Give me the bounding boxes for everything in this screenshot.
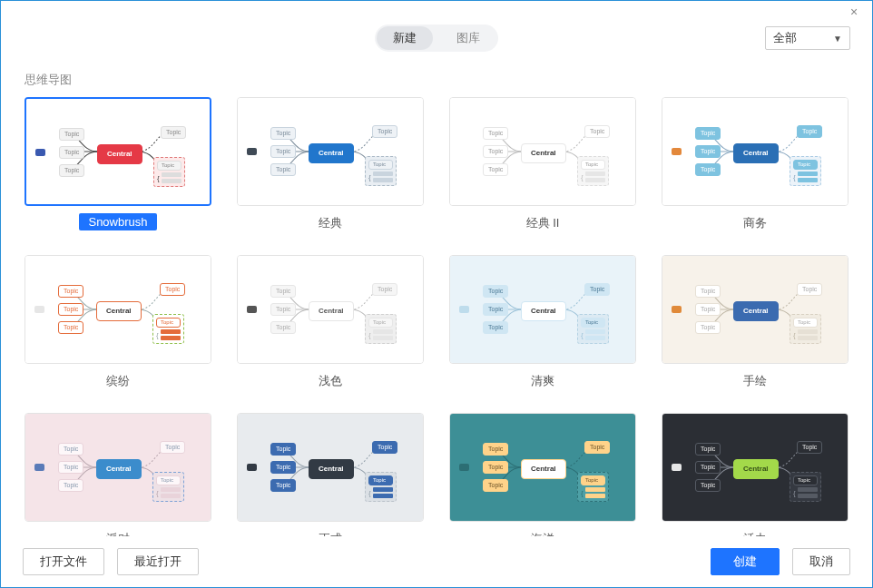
mm-accent-icon: [34, 306, 44, 313]
mm-topic: Topic: [483, 285, 508, 298]
template-card[interactable]: Central Topic Topic Topic Topic Topic { …: [237, 413, 424, 536]
mm-topic: Topic: [161, 126, 186, 139]
open-file-button[interactable]: 打开文件: [23, 548, 104, 575]
mm-accent-icon: [247, 148, 257, 155]
template-card[interactable]: Central Topic Topic Topic Topic Topic { …: [25, 255, 211, 391]
mm-topic: Topic: [483, 303, 508, 316]
mm-subgroup: Topic {: [152, 472, 184, 502]
mm-topic: Topic: [59, 128, 84, 141]
mm-subgroup: Topic {: [577, 156, 609, 186]
template-preview: Central Topic Topic Topic Topic Topic {: [450, 414, 635, 521]
mm-topic: Topic: [797, 283, 822, 296]
template-thumbnail[interactable]: Central Topic Topic Topic Topic Topic {: [25, 413, 211, 522]
mm-topic: Topic: [695, 127, 721, 140]
mm-subgroup: Topic {: [790, 156, 821, 186]
template-thumbnail[interactable]: Central Topic Topic Topic Topic Topic {: [662, 413, 848, 522]
template-card[interactable]: Central Topic Topic Topic Topic Topic { …: [449, 413, 636, 536]
mm-central: Central: [96, 301, 142, 321]
mm-central: Central: [521, 143, 566, 163]
template-thumbnail[interactable]: Central Topic Topic Topic Topic Topic {: [662, 97, 848, 206]
template-card[interactable]: Central Topic Topic Topic Topic Topic { …: [662, 97, 848, 233]
template-card[interactable]: Central Topic Topic Topic Topic Topic { …: [25, 97, 211, 233]
mm-subgroup: Topic {: [153, 157, 185, 187]
template-card[interactable]: Central Topic Topic Topic Topic Topic { …: [662, 413, 848, 536]
mm-topic: Topic: [695, 303, 721, 316]
template-preview: Central Topic Topic Topic Topic Topic {: [25, 256, 211, 363]
mm-topic: Topic: [270, 461, 296, 474]
template-label: 经典 II: [517, 213, 569, 233]
mm-topic: Topic: [270, 479, 296, 492]
mm-topic: Topic: [270, 127, 296, 140]
tab-new[interactable]: 新建: [377, 26, 433, 50]
template-thumbnail[interactable]: Central Topic Topic Topic Topic Topic {: [449, 97, 636, 206]
template-thumbnail[interactable]: Central Topic Topic Topic Topic Topic {: [25, 255, 211, 364]
template-label: 派对: [97, 529, 139, 536]
close-button[interactable]: ×: [836, 5, 872, 19]
template-preview: Central Topic Topic Topic Topic Topic {: [238, 98, 423, 205]
mm-central: Central: [96, 459, 142, 479]
mm-topic: Topic: [695, 285, 721, 298]
mm-topic: Topic: [483, 127, 508, 140]
template-thumbnail[interactable]: Central Topic Topic Topic Topic Topic {: [449, 413, 636, 522]
mm-central: Central: [521, 459, 566, 479]
mm-central: Central: [521, 301, 566, 321]
mm-topic: Topic: [270, 145, 296, 158]
mm-accent-icon: [247, 306, 257, 313]
template-card[interactable]: Central Topic Topic Topic Topic Topic { …: [449, 255, 636, 391]
category-select-value: 全部: [773, 30, 797, 46]
tab-gallery[interactable]: 图库: [440, 26, 496, 50]
create-button[interactable]: 创建: [711, 548, 780, 575]
mm-central: Central: [733, 143, 779, 163]
template-thumbnail[interactable]: Central Topic Topic Topic Topic Topic {: [237, 97, 424, 206]
template-card[interactable]: Central Topic Topic Topic Topic Topic { …: [237, 97, 424, 233]
recent-button[interactable]: 最近打开: [117, 548, 199, 575]
template-thumbnail[interactable]: Central Topic Topic Topic Topic Topic {: [25, 97, 211, 206]
template-card[interactable]: Central Topic Topic Topic Topic Topic { …: [25, 413, 211, 536]
mm-central: Central: [97, 144, 142, 164]
mm-topic: Topic: [58, 285, 83, 298]
template-label: 活力: [734, 529, 776, 536]
template-thumbnail[interactable]: Central Topic Topic Topic Topic Topic {: [237, 413, 424, 522]
mm-subgroup: Topic {: [365, 156, 397, 186]
template-preview: Central Topic Topic Topic Topic Topic {: [662, 414, 848, 521]
template-label: 浅色: [309, 371, 351, 391]
mm-subgroup: Topic {: [365, 314, 397, 344]
cancel-button[interactable]: 取消: [792, 548, 850, 575]
mm-subgroup: Topic {: [577, 314, 609, 344]
titlebar: ×: [1, 1, 872, 23]
mm-topic: Topic: [584, 125, 610, 138]
mm-topic: Topic: [483, 163, 508, 176]
template-label: 手绘: [734, 371, 776, 391]
mm-topic: Topic: [695, 321, 721, 334]
template-thumbnail[interactable]: Central Topic Topic Topic Topic Topic {: [449, 255, 636, 364]
mm-topic: Topic: [270, 321, 296, 334]
mm-topic: Topic: [797, 441, 822, 454]
template-preview: Central Topic Topic Topic Topic Topic {: [662, 256, 848, 363]
template-thumbnail[interactable]: Central Topic Topic Topic Topic Topic {: [662, 255, 848, 364]
template-grid: Central Topic Topic Topic Topic Topic { …: [25, 97, 848, 536]
mm-topic: Topic: [160, 441, 185, 454]
template-card[interactable]: Central Topic Topic Topic Topic Topic { …: [662, 255, 848, 391]
category-select[interactable]: 全部 ▼: [765, 26, 850, 50]
mm-subgroup: Topic {: [365, 472, 397, 502]
mm-topic: Topic: [372, 125, 397, 138]
mm-accent-icon: [672, 148, 682, 155]
template-card[interactable]: Central Topic Topic Topic Topic Topic { …: [237, 255, 424, 391]
template-preview: Central Topic Topic Topic Topic Topic {: [450, 98, 635, 205]
template-thumbnail[interactable]: Central Topic Topic Topic Topic Topic {: [237, 255, 424, 364]
content-scroll[interactable]: 思维导图 Central Topic Topic Topic Topic Top…: [1, 55, 872, 536]
mm-topic: Topic: [483, 443, 508, 456]
mm-topic: Topic: [695, 145, 721, 158]
mm-topic: Topic: [58, 303, 83, 316]
template-label: 缤纷: [97, 371, 139, 391]
mm-topic: Topic: [270, 163, 296, 176]
header: 新建 图库 全部 ▼: [1, 23, 872, 54]
section-title: 思维导图: [25, 72, 848, 88]
mm-central: Central: [309, 143, 354, 163]
mm-topic: Topic: [695, 443, 721, 456]
template-preview: Central Topic Topic Topic Topic Topic {: [450, 256, 635, 363]
mm-topic: Topic: [584, 283, 610, 296]
template-card[interactable]: Central Topic Topic Topic Topic Topic { …: [449, 97, 636, 233]
mm-topic: Topic: [695, 163, 721, 176]
mm-central: Central: [733, 459, 779, 479]
